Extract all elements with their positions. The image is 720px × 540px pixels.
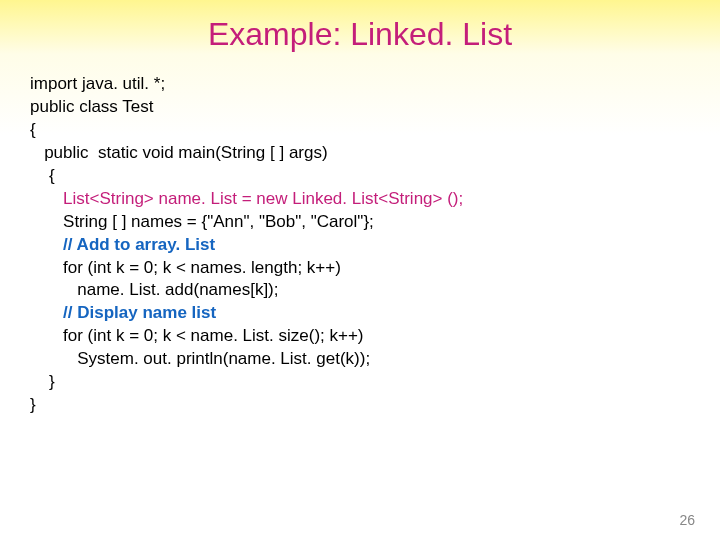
- code-line: {: [30, 165, 690, 188]
- code-line: }: [30, 371, 690, 394]
- slide-title: Example: Linked. List: [0, 0, 720, 53]
- code-line: System. out. println(name. List. get(k))…: [30, 348, 690, 371]
- code-comment: // Add to array. List: [30, 234, 690, 257]
- code-line: List<String> name. List = new Linked. Li…: [30, 188, 690, 211]
- code-line: for (int k = 0; k < names. length; k++): [30, 257, 690, 280]
- code-line: }: [30, 394, 690, 417]
- code-block: import java. util. *; public class Test …: [0, 53, 720, 417]
- code-line: String [ ] names = {"Ann", "Bob", "Carol…: [30, 211, 690, 234]
- code-line: name. List. add(names[k]);: [30, 279, 690, 302]
- code-line: {: [30, 119, 690, 142]
- code-comment: // Display name list: [30, 302, 690, 325]
- code-line: import java. util. *;: [30, 73, 690, 96]
- page-number: 26: [679, 512, 695, 528]
- code-line: public class Test: [30, 96, 690, 119]
- code-line: for (int k = 0; k < name. List. size(); …: [30, 325, 690, 348]
- code-line: public static void main(String [ ] args): [30, 142, 690, 165]
